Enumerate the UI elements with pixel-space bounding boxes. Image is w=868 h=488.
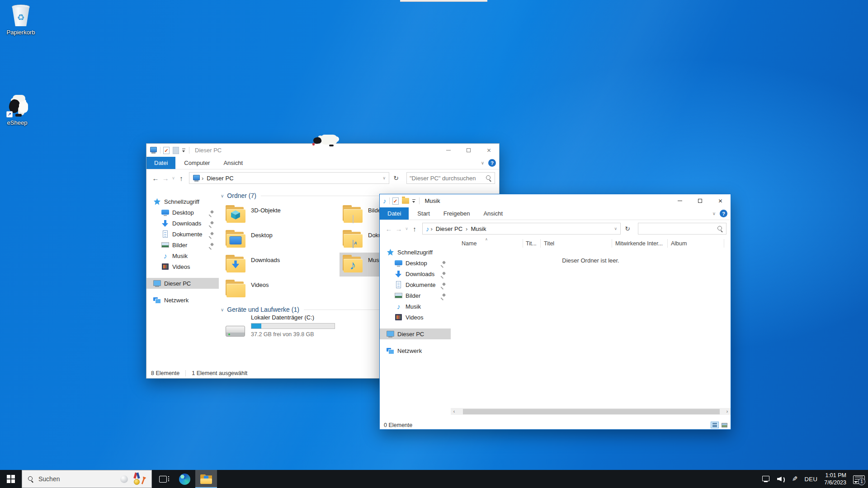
up-button[interactable]: ↑ [410, 225, 420, 233]
column-header-mitwirkende[interactable]: Mitwirkende Inter... [615, 240, 663, 247]
back-button[interactable]: ← [384, 225, 394, 233]
sidebar-item-netzwerk[interactable]: Netzwerk [146, 295, 219, 305]
folder-tile-downloads[interactable]: Downloads [222, 253, 338, 277]
breadcrumb-dieser-pc[interactable]: Dieser PC [205, 175, 235, 182]
sidebar-item-bilder[interactable]: Bilder [146, 239, 219, 250]
start-button[interactable] [0, 470, 22, 488]
breadcrumb-dieser-pc[interactable]: Dieser PC [434, 225, 464, 232]
qat-properties-icon[interactable]: ✓ [392, 197, 399, 205]
sidebar-item-dieser-pc[interactable]: Dieser PC [380, 328, 451, 339]
scrollbar-thumb[interactable] [463, 409, 720, 414]
sidebar-item-videos[interactable]: Videos [380, 312, 451, 323]
item-count: 0 Elemente [384, 422, 412, 428]
close-button[interactable]: ✕ [710, 194, 731, 207]
desktop-icon-recycle-bin[interactable]: ♻ Papierkorb [0, 4, 42, 36]
drive-tile-c[interactable]: Lokaler Datenträger (C:) 37.2 GB frei vo… [222, 314, 363, 343]
sidebar-item-musik[interactable]: ♪Musik [380, 301, 451, 312]
network-tray-icon[interactable] [761, 475, 770, 483]
tab-start[interactable]: Start [410, 207, 436, 220]
tab-datei[interactable]: Datei [146, 157, 175, 169]
scroll-left-icon[interactable]: ‹ [451, 408, 458, 415]
search-input[interactable] [641, 225, 717, 232]
folder-tile-3d-objekte[interactable]: 3D-Objekte [222, 203, 338, 227]
search-box[interactable] [638, 223, 726, 235]
sidebar-item-videos[interactable]: Videos [146, 261, 219, 272]
ink-workspace-icon[interactable]: ✎ [792, 475, 798, 483]
column-header-titel[interactable]: Titel [544, 240, 554, 247]
desktop-icon-esheep[interactable]: ↗ eSheep [0, 94, 38, 126]
taskbar-search-input[interactable] [38, 475, 116, 483]
edge-button[interactable] [174, 470, 195, 488]
tab-freigeben[interactable]: Freigeben [437, 207, 477, 220]
recent-locations-icon[interactable]: ∨ [170, 176, 176, 180]
ribbon-expand-icon[interactable]: ∨ [712, 211, 716, 216]
qat-properties-icon[interactable]: ✓ [163, 147, 170, 154]
sidebar-item-netzwerk[interactable]: Netzwerk [380, 345, 451, 356]
column-header-name[interactable]: Name [462, 240, 476, 247]
collapse-chevron-icon[interactable]: ∨ [221, 307, 224, 312]
help-button[interactable]: ? [720, 210, 727, 217]
refresh-button[interactable]: ↻ [621, 225, 634, 232]
clock[interactable]: 1:01 PM 7/6/2023 [824, 472, 846, 487]
sidebar-item-dokumente[interactable]: Dokumente [380, 279, 451, 290]
forward-button[interactable]: → [160, 174, 170, 182]
sidebar-item-downloads[interactable]: Downloads [146, 218, 219, 229]
task-view-button[interactable] [152, 470, 174, 488]
address-bar[interactable]: ♪ › Dieser PC › Musik ∨ [422, 223, 621, 235]
search-box[interactable] [406, 172, 495, 184]
tab-ansicht[interactable]: Ansicht [476, 207, 509, 220]
qat-dropdown-icon[interactable] [182, 148, 186, 153]
search-highlight-medal-icon[interactable] [132, 473, 146, 485]
column-header-tit[interactable]: Tit... [526, 240, 537, 247]
recent-locations-icon[interactable]: ∨ [404, 226, 410, 231]
up-button[interactable]: ↑ [176, 174, 186, 182]
search-input[interactable] [410, 175, 486, 182]
taskbar-search[interactable] [22, 470, 152, 488]
sidebar-item-bilder[interactable]: Bilder [380, 290, 451, 301]
sidebar-item-schnellzugriff[interactable]: Schnellzugriff [380, 247, 451, 258]
tab-computer[interactable]: Computer [177, 157, 217, 169]
large-icons-view-button[interactable] [720, 422, 728, 428]
address-dropdown-icon[interactable]: ∨ [382, 176, 386, 180]
sidebar-item-schnellzugriff[interactable]: Schnellzugriff [146, 196, 219, 207]
sidebar-item-downloads[interactable]: Downloads [380, 268, 451, 279]
titlebar[interactable]: ♪ ✓ Musik ✕ [380, 194, 731, 207]
sidebar-item-desktop[interactable]: Desktop [146, 207, 219, 218]
address-bar[interactable]: › Dieser PC ∨ [189, 172, 389, 184]
horizontal-scrollbar[interactable]: ‹ › [451, 408, 731, 415]
sidebar-item-dokumente[interactable]: Dokumente [146, 229, 219, 239]
refresh-button[interactable]: ↻ [389, 174, 403, 182]
qat-new-folder-icon[interactable] [402, 198, 409, 204]
tab-datei[interactable]: Datei [380, 207, 409, 220]
breadcrumb-musik[interactable]: Musik [469, 225, 488, 232]
forward-button[interactable]: → [394, 225, 404, 233]
folder-tile-desktop[interactable]: Desktop [222, 228, 338, 252]
collapse-chevron-icon[interactable]: ∨ [221, 193, 224, 198]
sidebar-item-dieser-pc[interactable]: Dieser PC [146, 278, 219, 289]
scroll-right-icon[interactable]: › [724, 408, 731, 415]
search-icon [486, 175, 492, 181]
sidebar-item-desktop[interactable]: Desktop [380, 258, 451, 268]
maximize-button[interactable] [690, 194, 710, 207]
qat-dropdown-icon[interactable] [412, 198, 416, 204]
help-button[interactable]: ? [488, 159, 496, 167]
file-explorer-button[interactable] [195, 470, 217, 488]
tab-ansicht[interactable]: Ansicht [217, 157, 250, 169]
folder-tile-videos[interactable]: Videos [222, 277, 338, 301]
qat-new-folder-icon[interactable] [173, 147, 179, 154]
keyboard-language[interactable]: DEU [804, 476, 817, 483]
column-header-album[interactable]: Album [671, 240, 687, 247]
minimize-button[interactable] [438, 144, 458, 157]
back-button[interactable]: ← [151, 174, 160, 182]
details-view-button[interactable] [711, 422, 719, 428]
action-center-icon[interactable]: 1 [853, 475, 862, 483]
minimize-button[interactable] [670, 194, 690, 207]
esheep-sprite[interactable] [311, 133, 339, 147]
volume-tray-icon[interactable] [777, 475, 785, 483]
close-button[interactable]: ✕ [479, 144, 499, 157]
search-highlight-golf-ball-icon[interactable] [120, 475, 128, 483]
ribbon-expand-icon[interactable]: ∨ [481, 160, 484, 165]
maximize-button[interactable] [458, 144, 479, 157]
sidebar-item-musik[interactable]: ♪Musik [146, 250, 219, 261]
address-dropdown-icon[interactable]: ∨ [614, 226, 617, 231]
